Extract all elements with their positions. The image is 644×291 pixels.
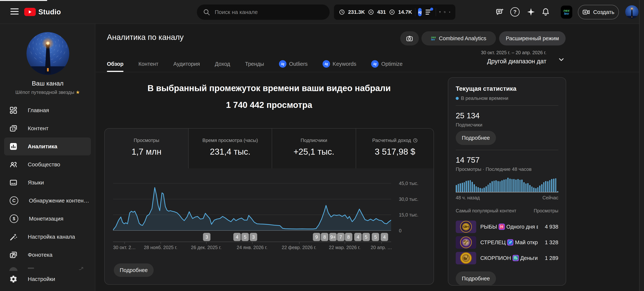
top-video-row-1[interactable]: РЫБЫ ♓ Одного дня в … 4 938 <box>456 220 558 233</box>
subscriber-label: Подписчики <box>456 122 482 128</box>
metric-tab-views[interactable]: Просмотры 1,7 млн <box>105 128 188 168</box>
video-publish-badge[interactable]: 9 <box>313 233 320 241</box>
sidebar-item-home[interactable]: Главная <box>4 101 91 119</box>
metric-tab-subscribers[interactable]: Подписчики +25,1 тыс. <box>272 128 356 168</box>
realtime-bar <box>513 179 514 192</box>
nexlev-extension-icon[interactable]: nex lev <box>561 6 572 19</box>
video-publish-badge[interactable]: 5 <box>372 233 379 241</box>
dollar-glyph: $ <box>13 216 15 221</box>
vidiq-icon[interactable]: iq <box>418 8 422 16</box>
video-views: 1 289 <box>545 255 558 261</box>
audio-library-icon <box>9 251 18 259</box>
notification-dot <box>430 8 433 10</box>
video-publish-badge[interactable]: 4 <box>381 233 388 241</box>
tab-content[interactable]: Контент <box>138 56 158 72</box>
hamburger-menu-icon[interactable] <box>10 7 18 16</box>
sidebar-item-label: Фонотека <box>28 252 52 258</box>
top-video-row-3[interactable]: СКОРПИОН ♏ Деньги, … 1 289 <box>456 252 558 264</box>
realtime-bar <box>529 185 530 192</box>
sidebar-item-audio-library[interactable]: Фонотека <box>4 246 91 264</box>
chat-bubble-icon[interactable] <box>444 8 446 16</box>
create-button-label: Создать <box>593 9 614 15</box>
metric-tab-watch-time[interactable]: Время просмотра (часы) 231,4 тыс. <box>188 128 272 168</box>
vidiq-stats-chip[interactable]: 231.3K 431 14.7K iq <box>334 4 455 20</box>
sidebar-item-label: Настройка канала <box>28 234 75 240</box>
tab-optimize[interactable]: iqOptimize <box>371 56 402 72</box>
sidebar-item-analytics[interactable]: Аналитика <box>4 138 91 155</box>
sidebar-item-content[interactable]: Контент <box>4 120 91 137</box>
vidiq-list-icon[interactable] <box>424 8 433 16</box>
video-publish-badge[interactable]: 8 <box>345 233 352 241</box>
sidebar-item-subtitles[interactable]: Языки <box>4 174 91 192</box>
video-thumbnail <box>456 220 476 233</box>
tab-revenue[interactable]: Доход <box>215 56 230 72</box>
video-publish-badge[interactable]: 5 <box>241 233 249 241</box>
channel-name: Ваш канал <box>0 80 95 87</box>
sidebar-item-label: Языки <box>28 180 44 186</box>
realtime-details-button[interactable]: Подробнее <box>456 272 496 286</box>
video-publish-badge[interactable]: 4 <box>354 233 362 241</box>
custom-date-range[interactable]: Другой диапазон дат <box>444 58 546 65</box>
realtime-bar <box>533 188 534 192</box>
tab-trends[interactable]: Тренды <box>245 56 264 72</box>
top-video-row-2[interactable]: СТРЕЛЕЦ ♐ Май откро… 1 328 <box>456 236 558 249</box>
search-icon <box>203 8 210 16</box>
line-chart-plot[interactable] <box>113 178 391 231</box>
realtime-title: Текущая статистика <box>456 85 516 92</box>
sidebar-item-partial[interactable] <box>4 264 91 271</box>
metric-tab-revenue[interactable]: Расчетный доход 3 517,98 $ <box>356 128 434 168</box>
live-dot-icon <box>456 97 459 100</box>
video-publish-badge[interactable]: 9+ <box>329 233 337 241</box>
video-publish-badge[interactable]: 8 <box>321 233 328 241</box>
tab-audience[interactable]: Аудитория <box>174 56 200 72</box>
sidebar-item-community[interactable]: Сообщество <box>4 156 91 174</box>
nexlev-text-bottom: lev <box>564 12 569 15</box>
sparkle-icon[interactable] <box>524 6 538 18</box>
realtime-bar-chart[interactable] <box>456 176 558 192</box>
live-indicator: В реальном времени <box>456 96 508 101</box>
combined-analytics-button[interactable]: nexlev Combined Analytics <box>422 31 496 46</box>
help-icon[interactable]: ? <box>508 6 522 18</box>
video-publish-badge[interactable]: 7 <box>337 233 344 241</box>
subscribers-details-button[interactable]: Подробнее <box>456 131 496 145</box>
tab-keywords[interactable]: iqKeywords <box>322 56 356 72</box>
video-publish-badge[interactable]: 4 <box>233 233 241 241</box>
bar-chart-axis: 48 ч. назад Сейчас <box>456 195 558 200</box>
tab-outliers[interactable]: iqOutliers <box>279 56 308 72</box>
video-publish-badge[interactable]: 3 <box>250 233 257 241</box>
video-publish-badge[interactable]: 3 <box>203 233 210 241</box>
axis-left-label: 48 ч. назад <box>456 195 480 200</box>
realtime-bar <box>466 181 467 192</box>
x-axis-tick: 22 мар. 2026 г. <box>329 245 360 250</box>
see-more-button[interactable]: Подробнее <box>114 264 154 277</box>
advanced-mode-button[interactable]: Расширенный режим <box>499 31 566 46</box>
feedback-icon[interactable] <box>493 6 506 18</box>
scrollbar[interactable] <box>639 0 644 291</box>
sidebar-item-monetization[interactable]: $ Монетизация <box>4 210 91 228</box>
notifications-bell-icon[interactable] <box>539 6 552 18</box>
analytics-chart-card: Просмотры 1,7 млн Время просмотра (часы)… <box>104 128 434 285</box>
metric-value: 3 517,98 $ <box>356 146 434 157</box>
chevron-down-icon[interactable] <box>558 56 565 63</box>
create-button[interactable]: Создать <box>578 5 619 20</box>
sidebar-item-customization[interactable]: Настройка канала <box>4 228 91 246</box>
youtube-logo-icon <box>24 8 36 16</box>
video-title: СКОРПИОН ♏ Деньги, … <box>480 255 538 261</box>
channel-avatar[interactable] <box>26 32 69 75</box>
sidebar-item-settings[interactable]: Настройки <box>4 270 91 288</box>
sidebar-item-copyright[interactable]: C Обнаружение контен… <box>4 192 91 210</box>
screenshot-camera-button[interactable] <box>400 31 419 46</box>
trophy-icon[interactable] <box>439 8 441 16</box>
sidebar-item-label: Настройки <box>28 276 55 282</box>
realtime-bar <box>545 181 546 192</box>
realtime-bar <box>468 180 469 192</box>
search-input[interactable] <box>214 9 328 16</box>
sparkle-icon-small[interactable] <box>449 9 450 15</box>
y-axis-tick: 30,0 тыс. <box>399 196 418 202</box>
video-publish-badge[interactable]: 5 <box>362 233 370 241</box>
account-avatar[interactable] <box>625 5 638 19</box>
realtime-bar <box>509 179 511 192</box>
sidebar-item-label: Контент <box>28 125 48 132</box>
tab-overview[interactable]: Обзор <box>107 56 124 72</box>
studio-logo[interactable]: Studio <box>24 8 61 16</box>
